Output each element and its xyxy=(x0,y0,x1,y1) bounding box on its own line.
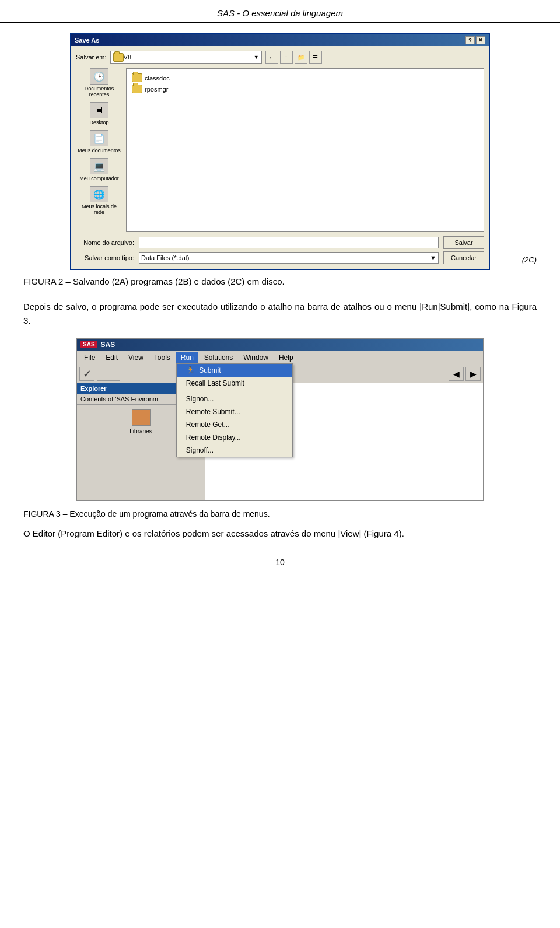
menu-help[interactable]: Help xyxy=(274,352,298,363)
page-number: 10 xyxy=(0,558,560,567)
menu-separator1 xyxy=(177,391,292,391)
toolbar-right-buttons: ◀ ▶ xyxy=(449,367,481,381)
explorer-title: Explorer xyxy=(80,385,107,392)
run-menu-container: Run 🏃 Submit Recall Last Submit Signon..… xyxy=(176,352,198,363)
dropdown-submit[interactable]: 🏃 Submit xyxy=(177,364,292,377)
mycomputer-icon: 💻 xyxy=(90,158,108,174)
menu-window[interactable]: Window xyxy=(239,352,273,363)
sas-titlebar: SAS SAS xyxy=(77,339,483,351)
dropdown-remote-get[interactable]: Remote Get... xyxy=(177,418,292,431)
saveas-title: Save As xyxy=(75,37,99,44)
run-dropdown-menu: 🏃 Submit Recall Last Submit Signon... Re… xyxy=(176,363,293,457)
savein-dropdown[interactable]: V8 ▼ xyxy=(110,51,262,64)
saveas-sidebar: 🕒 Documentos recentes 🖥 Desktop xyxy=(76,68,123,232)
saveas-window: Save As ? ✕ Salvar em: V8 ▼ ← xyxy=(70,33,490,270)
toolbar-text-area xyxy=(97,367,120,381)
toolbar-right-btn1[interactable]: ◀ xyxy=(449,367,464,381)
recent-icon: 🕒 xyxy=(90,68,108,85)
classdoc-label: classdoc xyxy=(145,75,170,82)
desktop-label: Desktop xyxy=(89,120,108,125)
menu-tools[interactable]: Tools xyxy=(149,352,175,363)
titlebar-buttons: ? ✕ xyxy=(466,36,485,44)
figure3-screenshot: SAS SAS File Edit View Tools xyxy=(23,338,537,501)
submit-icon: 🏃 xyxy=(186,366,195,374)
libraries-label: Libraries xyxy=(130,428,152,435)
saveas-main-area: 🕒 Documentos recentes 🖥 Desktop xyxy=(76,68,484,232)
dropdown-signon[interactable]: Signon... xyxy=(177,393,292,405)
explorer-subtitle-text: Contents of 'SAS Environm xyxy=(80,395,158,402)
menu-run[interactable]: Run xyxy=(176,352,198,363)
savein-label: Salvar em: xyxy=(76,54,107,61)
mynetwork-icon-glyph: 🌐 xyxy=(93,189,105,200)
rposmgr-folder-icon xyxy=(132,85,142,93)
paragraph1: Depois de salvo, o programa pode ser exe… xyxy=(23,300,537,327)
figure2-caption: FIGURA 2 – Salvando (2A) programas (2B) … xyxy=(23,275,537,288)
filename-input[interactable] xyxy=(139,237,439,248)
dropdown-recall[interactable]: Recall Last Submit xyxy=(177,377,292,390)
mycomputer-icon-glyph: 💻 xyxy=(93,161,105,172)
up-button[interactable]: ↑ xyxy=(280,51,293,64)
filetype-dropdown[interactable]: Data Files (*.dat) ▼ xyxy=(139,252,439,264)
cancel-button[interactable]: Cancelar xyxy=(443,251,484,264)
save-button[interactable]: Salvar xyxy=(443,236,484,249)
filetype-arrow-icon: ▼ xyxy=(430,254,436,261)
menu-edit[interactable]: Edit xyxy=(101,352,123,363)
sas-window: SAS SAS File Edit View Tools xyxy=(76,338,484,501)
mydocs-label: Meus documentos xyxy=(78,148,121,153)
dropdown-remote-display[interactable]: Remote Display... xyxy=(177,431,292,444)
folder-rposmgr[interactable]: rposmgr xyxy=(130,83,480,94)
recent-icon-glyph: 🕒 xyxy=(93,71,105,82)
header-title: SAS - O essencial da linguagem xyxy=(217,8,343,18)
nav-buttons: ← ↑ 📁 ☰ xyxy=(265,51,322,64)
folder-icon xyxy=(113,53,124,62)
filename-row: Nome do arquivo: Salvar xyxy=(76,236,484,249)
mynetwork-label: Meus locais de rede xyxy=(76,204,123,215)
saveas-bottom: Nome do arquivo: Salvar Salvar como tipo… xyxy=(76,236,484,264)
saveas-body: Salvar em: V8 ▼ ← ↑ 📁 ☰ xyxy=(71,46,489,269)
folder-classdoc[interactable]: classdoc xyxy=(130,72,480,83)
saveas-file-area[interactable]: classdoc rposmgr xyxy=(126,68,484,232)
recent-label: Documentos recentes xyxy=(76,86,123,97)
desktop-icon: 🖥 xyxy=(90,102,108,118)
new-folder-button[interactable]: 📁 xyxy=(295,51,307,64)
sas-window-title: SAS xyxy=(101,341,116,349)
filetype-label: Salvar como tipo: xyxy=(76,254,134,261)
sidebar-mynetwork[interactable]: 🌐 Meus locais de rede xyxy=(76,186,123,215)
dropdown-remote-submit[interactable]: Remote Submit... xyxy=(177,405,292,418)
dropdown-signoff[interactable]: Signoff... xyxy=(177,444,292,457)
savein-value: V8 xyxy=(124,54,131,61)
toolbar-check-btn[interactable]: ✓ xyxy=(79,367,94,381)
check-icon: ✓ xyxy=(83,367,92,380)
mycomputer-label: Meu computador xyxy=(79,176,119,181)
menu-file[interactable]: File xyxy=(79,352,100,363)
filetype-row: Salvar como tipo: Data Files (*.dat) ▼ C… xyxy=(76,251,484,264)
filename-label: Nome do arquivo: xyxy=(76,239,134,246)
label-2c: (2C) xyxy=(522,255,537,264)
mydocs-icon-glyph: 📄 xyxy=(93,133,105,144)
filetype-value: Data Files (*.dat) xyxy=(141,254,190,261)
view-button[interactable]: ☰ xyxy=(309,51,322,64)
paragraph2: O Editor (Program Editor) e os relatório… xyxy=(23,527,537,540)
sas-menubar: File Edit View Tools Run xyxy=(77,351,483,365)
mydocs-icon: 📄 xyxy=(90,130,108,146)
dropdown-arrow-icon: ▼ xyxy=(254,54,259,60)
sidebar-desktop[interactable]: 🖥 Desktop xyxy=(89,102,108,125)
classdoc-folder-icon xyxy=(132,73,142,82)
sidebar-recent[interactable]: 🕒 Documentos recentes xyxy=(76,68,123,97)
back-button[interactable]: ← xyxy=(265,51,278,64)
toolbar-right-btn2[interactable]: ▶ xyxy=(466,367,481,381)
sas-logo: SAS xyxy=(80,341,97,348)
menu-solutions[interactable]: Solutions xyxy=(200,352,237,363)
sidebar-mydocs[interactable]: 📄 Meus documentos xyxy=(78,130,121,153)
help-button[interactable]: ? xyxy=(466,36,475,44)
figure2-screenshot: Save As ? ✕ Salvar em: V8 ▼ ← xyxy=(23,33,537,270)
saveas-top-bar: Salvar em: V8 ▼ ← ↑ 📁 ☰ xyxy=(76,51,484,64)
menu-view[interactable]: View xyxy=(124,352,148,363)
rposmgr-label: rposmgr xyxy=(145,86,168,93)
mynetwork-icon: 🌐 xyxy=(90,186,108,202)
saveas-titlebar: Save As ? ✕ xyxy=(71,34,489,46)
figure3-caption: FIGURA 3 – Execução de um programa atrav… xyxy=(23,509,537,519)
page-header: SAS - O essencial da linguagem xyxy=(0,0,560,23)
sidebar-mycomputer[interactable]: 💻 Meu computador xyxy=(79,158,119,181)
close-button[interactable]: ✕ xyxy=(476,36,485,44)
